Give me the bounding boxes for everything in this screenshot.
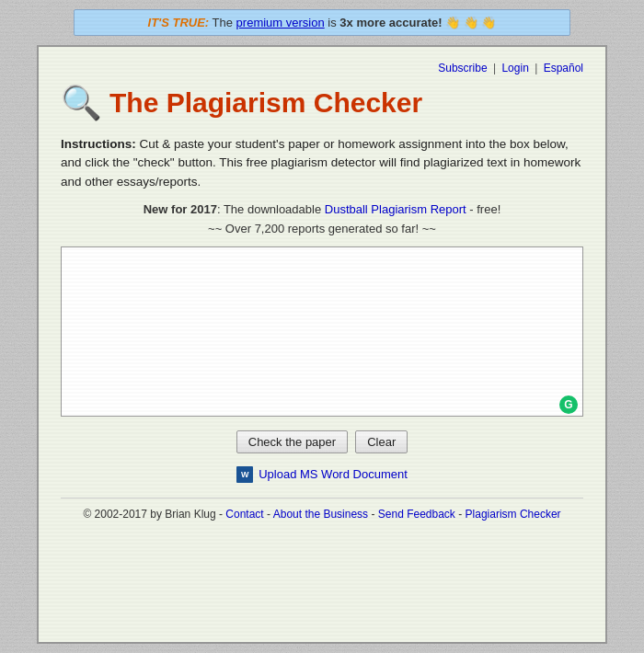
top-links: Subscribe | Login | Español bbox=[61, 62, 583, 74]
send-feedback-link[interactable]: Send Feedback bbox=[378, 508, 455, 521]
new-for-label: New for 2017 bbox=[144, 202, 217, 216]
banner-emojis: 👋 👋 👋 bbox=[445, 16, 496, 29]
sep1: | bbox=[493, 62, 496, 74]
search-icon: 🔍 bbox=[61, 84, 102, 122]
paper-input[interactable] bbox=[61, 246, 583, 417]
espanol-link[interactable]: Español bbox=[544, 62, 583, 74]
page-title: The Plagiarism Checker bbox=[109, 87, 422, 119]
new-for-before: : The downloadable bbox=[217, 202, 325, 216]
check-button[interactable]: Check the paper bbox=[236, 430, 348, 453]
button-row: Check the paper Clear bbox=[61, 430, 583, 453]
banner-bold-part: 3x more accurate! bbox=[339, 16, 442, 29]
sep2: | bbox=[535, 62, 537, 74]
instructions-bold: Instructions: bbox=[61, 137, 136, 151]
promo-banner: IT'S TRUE: The premium version is 3x mor… bbox=[74, 9, 570, 36]
title-row: 🔍 The Plagiarism Checker bbox=[61, 84, 583, 122]
banner-premium-link[interactable]: premium version bbox=[236, 16, 325, 29]
textarea-wrapper: G bbox=[61, 246, 583, 419]
word-icon: W bbox=[236, 466, 253, 483]
footer-sep4: - bbox=[458, 508, 465, 521]
plagiarism-checker-link[interactable]: Plagiarism Checker bbox=[466, 508, 561, 521]
banner-its-true: IT'S TRUE: bbox=[148, 16, 210, 29]
footer-copyright: © 2002-2017 by Brian Klug bbox=[83, 508, 215, 521]
new-for-after: - free! bbox=[466, 202, 501, 216]
main-container: Subscribe | Login | Español 🔍 The Plagia… bbox=[37, 45, 607, 644]
clear-button[interactable]: Clear bbox=[355, 430, 408, 453]
about-business-link[interactable]: About the Business bbox=[273, 508, 368, 521]
banner-text-after: is bbox=[328, 16, 339, 29]
reports-count: ~~ Over 7,200 reports generated so far! … bbox=[61, 222, 583, 235]
instructions-text: Instructions: Cut & paste your student's… bbox=[61, 135, 583, 191]
instructions-body: Cut & paste your student's paper or home… bbox=[61, 137, 581, 189]
subscribe-link[interactable]: Subscribe bbox=[438, 62, 487, 74]
dustball-link[interactable]: Dustball Plagiarism Report bbox=[325, 202, 466, 216]
footer-sep2: - bbox=[267, 508, 273, 521]
new-for-line: New for 2017: The downloadable Dustball … bbox=[61, 202, 583, 216]
login-link[interactable]: Login bbox=[501, 62, 528, 74]
grammarly-icon: G bbox=[559, 395, 578, 414]
footer: © 2002-2017 by Brian Klug - Contact - Ab… bbox=[61, 498, 583, 521]
upload-link[interactable]: Upload MS Word Document bbox=[259, 467, 408, 481]
footer-sep3: - bbox=[371, 508, 377, 521]
upload-row: W Upload MS Word Document bbox=[61, 466, 583, 483]
banner-text-before: The bbox=[213, 16, 236, 29]
contact-link[interactable]: Contact bbox=[225, 508, 263, 521]
